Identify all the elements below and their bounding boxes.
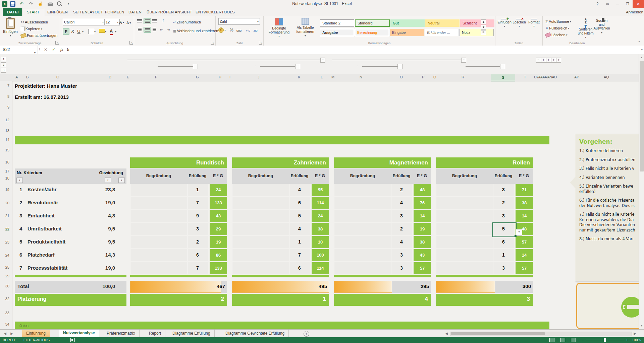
- col-header[interactable]: T: [524, 75, 526, 79]
- style-notiz[interactable]: Notiz: [460, 29, 494, 36]
- row-header[interactable]: 19: [5, 188, 9, 192]
- col-header[interactable]: O: [400, 75, 403, 79]
- formula-input[interactable]: 5: [67, 46, 69, 54]
- outline-level-3[interactable]: 3: [1, 68, 6, 73]
- col-header[interactable]: E: [127, 75, 129, 79]
- number-dialog-launcher[interactable]: ↘: [259, 41, 262, 45]
- percent-button[interactable]: %: [230, 27, 233, 33]
- row-header[interactable]: 33: [5, 311, 9, 315]
- style-standard[interactable]: Standard: [355, 19, 390, 27]
- row-header[interactable]: 12: [5, 118, 9, 122]
- font-family-select[interactable]: Calibri▾: [63, 19, 105, 25]
- variant-cell-row[interactable]: 6114: [232, 262, 329, 274]
- insert-function-icon[interactable]: fx: [58, 46, 66, 54]
- vertical-scroll-thumb[interactable]: [640, 61, 644, 172]
- alignment-dialog-launcher[interactable]: ↘: [211, 41, 214, 45]
- vorgehen-callout[interactable]: Vorgehen: 1.) Kriterien definieren 2.) P…: [575, 134, 640, 281]
- criteria-row[interactable]: 6 Platzbedarf 14,3: [15, 249, 126, 261]
- align-middle-icon[interactable]: [144, 18, 151, 24]
- outline-level-2[interactable]: 2: [1, 62, 6, 67]
- align-left-icon[interactable]: [136, 27, 143, 32]
- expand-group-button[interactable]: +: [541, 58, 546, 63]
- variant-rank-cell[interactable]: 1: [232, 294, 329, 306]
- col-header[interactable]: AP: [574, 75, 579, 79]
- scroll-down-icon[interactable]: ▼: [639, 323, 644, 329]
- scroll-up-icon[interactable]: ▲: [639, 55, 644, 60]
- created-date-text[interactable]: Erstellt am: 16.07.2013: [15, 94, 69, 100]
- variant-cell-row[interactable]: 686: [130, 249, 227, 261]
- variant-cell-row[interactable]: 114: [436, 249, 533, 261]
- thousands-button[interactable]: 000: [236, 27, 241, 34]
- sign-in-label[interactable]: Anmelden: [626, 8, 643, 16]
- variant-cell-row[interactable]: 6114: [232, 197, 329, 209]
- align-top-icon[interactable]: [136, 18, 143, 23]
- variant-total-cell[interactable]: 495: [232, 281, 329, 293]
- sort-filter-button[interactable]: AZ Sortieren und Filtern ▾: [578, 18, 594, 25]
- normal-view-icon[interactable]: [549, 338, 554, 342]
- collapse-group-button[interactable]: −: [536, 58, 541, 63]
- number-format-select[interactable]: Zahl▾: [218, 18, 260, 25]
- variant-cell-row[interactable]: 524: [232, 210, 329, 222]
- page-layout-view-icon[interactable]: [560, 338, 565, 342]
- style-eingabe[interactable]: Eingabe: [390, 29, 424, 36]
- variant-cell-row[interactable]: 219: [334, 223, 431, 235]
- macro-record-icon[interactable]: [70, 338, 75, 342]
- sheet-tab-report[interactable]: Report: [145, 330, 165, 338]
- row-header[interactable]: 16: [5, 160, 9, 164]
- row-header[interactable]: 7: [7, 84, 9, 88]
- maximize-button[interactable]: ❐: [623, 0, 633, 8]
- col-header[interactable]: AQ: [604, 75, 609, 79]
- variant-cell-row[interactable]: 495: [232, 184, 329, 196]
- style-standard-2[interactable]: Standard 2: [320, 19, 354, 27]
- sheet-tab-praeferenzmatrix[interactable]: Präferenzmatrix: [103, 330, 140, 338]
- variant-cell-row[interactable]: 248: [334, 184, 431, 196]
- style-neutral[interactable]: Neutral: [425, 19, 460, 27]
- grow-font-button[interactable]: A▴: [119, 19, 124, 25]
- row-header[interactable]: 34: [5, 322, 9, 326]
- fill-color-button[interactable]: [99, 29, 105, 33]
- project-leader-text[interactable]: Projektleiter: Hans Muster: [15, 83, 77, 89]
- variant-cell-row[interactable]: 476: [334, 197, 431, 209]
- tab-einfuegen[interactable]: EINFÜGEN: [43, 8, 72, 16]
- col-header[interactable]: Q: [433, 75, 436, 79]
- variant-cell-row[interactable]: 357: [436, 262, 533, 274]
- criteria-row[interactable]: 4 Umrüstbarkeit 9,5: [15, 223, 126, 235]
- italic-button[interactable]: K: [70, 28, 75, 34]
- tab-start[interactable]: START: [22, 8, 44, 16]
- row-header[interactable]: 32: [5, 297, 9, 301]
- decrease-indent-icon[interactable]: ⇤: [158, 27, 165, 32]
- conditional-formatting-button[interactable]: Bedingte Formatierung ▾: [267, 18, 291, 40]
- col-header[interactable]: M: [331, 75, 334, 79]
- expand-group-button[interactable]: +: [546, 58, 551, 63]
- row-header[interactable]: 23: [5, 240, 9, 244]
- col-header[interactable]: N: [360, 75, 362, 79]
- gallery-more-icon[interactable]: ≡: [481, 30, 486, 35]
- hscroll-left-icon[interactable]: ◀: [443, 330, 449, 338]
- increase-indent-icon[interactable]: ⇥: [165, 27, 172, 32]
- col-header[interactable]: F: [155, 75, 157, 79]
- collapse-group-button[interactable]: −: [397, 64, 402, 69]
- row-header[interactable]: 25: [5, 265, 9, 269]
- font-size-select[interactable]: 12▾: [104, 19, 120, 25]
- copy-button[interactable]: Kopieren ▾: [21, 25, 42, 32]
- filter-dropdown-icon[interactable]: ▾: [118, 178, 125, 183]
- sheet-tab-diagramme-gewichtete[interactable]: Diagramme Gewichtete Erfüllung: [221, 330, 289, 338]
- zoom-level[interactable]: 100%: [632, 338, 641, 342]
- data-validation-dropdown-icon[interactable]: ▾: [516, 229, 522, 235]
- variant-rank-cell[interactable]: 4: [334, 294, 431, 306]
- zoom-in-icon[interactable]: +: [626, 338, 628, 342]
- horizontal-scroll-thumb[interactable]: [451, 332, 545, 335]
- expand-group-button[interactable]: +: [551, 58, 556, 63]
- variant-cell-row[interactable]: 7100: [232, 249, 329, 261]
- variant-total-cell[interactable]: 300: [436, 281, 533, 293]
- variant-cell-row[interactable]: 238: [436, 197, 533, 209]
- variant-cell-row[interactable]: 124: [130, 184, 227, 196]
- total-row-criteria[interactable]: Total 100,0: [15, 281, 126, 293]
- criteria-row[interactable]: 1 Kosten/Jahr 23,8: [15, 184, 126, 196]
- row-header[interactable]: 17: [5, 169, 9, 173]
- variant-total-cell[interactable]: 467: [130, 281, 227, 293]
- row-header[interactable]: 18: [5, 176, 9, 180]
- row-header[interactable]: 15: [5, 148, 9, 152]
- filter-dropdown-icon[interactable]: ▾: [16, 178, 23, 183]
- variant-cell-row[interactable]: 438: [334, 236, 431, 248]
